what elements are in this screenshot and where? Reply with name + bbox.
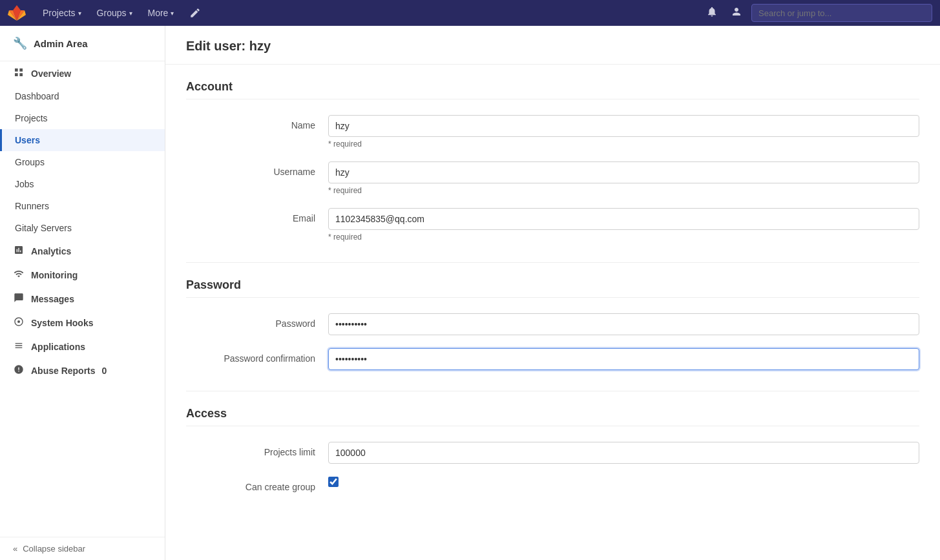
sidebar-item-groups[interactable]: Groups <box>0 151 165 173</box>
username-label: Username <box>186 161 328 177</box>
name-label: Name <box>186 115 328 130</box>
email-field-wrapper: * required <box>328 208 919 242</box>
messages-icon <box>13 293 25 305</box>
sidebar-item-users[interactable]: Users <box>0 129 165 151</box>
main-content: Edit user: hzy Account Name * required U… <box>165 26 940 560</box>
password-section-title: Password <box>186 278 919 298</box>
account-section-title: Account <box>186 80 919 99</box>
sidebar-item-runners[interactable]: Runners <box>0 195 165 217</box>
search-input[interactable] <box>751 4 932 22</box>
can-create-group-label: Can create group <box>186 477 328 492</box>
nav-more[interactable]: More ▾ <box>141 5 181 21</box>
navbar-right <box>702 3 932 23</box>
username-input[interactable] <box>328 161 919 183</box>
chevron-down-icon: ▾ <box>129 10 132 17</box>
name-field-group: Name * required <box>186 115 919 149</box>
can-create-group-checkbox[interactable] <box>328 477 339 487</box>
nav-pencil-icon[interactable] <box>183 5 207 21</box>
admin-area-header: 🔧 Admin Area <box>0 26 165 61</box>
brand-logo[interactable] <box>8 4 26 22</box>
name-input[interactable] <box>328 115 919 137</box>
password-confirmation-input[interactable] <box>328 348 919 370</box>
email-field-group: Email * required <box>186 208 919 242</box>
applications-icon <box>13 340 25 353</box>
password-field-wrapper <box>328 313 919 335</box>
projects-limit-label: Projects limit <box>186 442 328 457</box>
section-divider-password <box>186 262 919 263</box>
checkbox-wrapper <box>328 477 919 487</box>
monitoring-icon <box>13 269 25 281</box>
access-section-title: Access <box>186 407 919 426</box>
user-menu-button[interactable] <box>727 3 746 23</box>
top-navbar: Projects ▾ Groups ▾ More ▾ <box>0 0 940 26</box>
analytics-icon <box>13 245 25 257</box>
username-field-wrapper: * required <box>328 161 919 195</box>
page-header: Edit user: hzy <box>165 26 940 65</box>
sidebar-section-applications[interactable]: Applications <box>0 335 165 358</box>
sidebar-section-abuse-reports[interactable]: Abuse Reports 0 <box>0 358 165 382</box>
password-field-group: Password <box>186 313 919 335</box>
chevron-down-icon: ▾ <box>171 10 174 17</box>
sidebar-section-messages[interactable]: Messages <box>0 287 165 311</box>
svg-point-0 <box>17 320 20 323</box>
email-input[interactable] <box>328 208 919 230</box>
nav-projects[interactable]: Projects ▾ <box>36 5 88 21</box>
sidebar-section-monitoring[interactable]: Monitoring <box>0 263 165 287</box>
content-body: Account Name * required Username * requi… <box>165 65 940 521</box>
sidebar-section-analytics[interactable]: Analytics <box>0 239 165 263</box>
email-label: Email <box>186 208 328 223</box>
can-create-group-wrapper <box>328 477 919 487</box>
nav-groups[interactable]: Groups ▾ <box>90 5 139 21</box>
password-label: Password <box>186 313 328 329</box>
sidebar-section-overview[interactable]: Overview <box>0 61 165 85</box>
chevron-down-icon: ▾ <box>78 10 81 17</box>
abuse-reports-badge: 0 <box>102 366 107 376</box>
projects-limit-input[interactable] <box>328 442 919 464</box>
sidebar-item-gitaly-servers[interactable]: Gitaly Servers <box>0 217 165 239</box>
sidebar-item-dashboard[interactable]: Dashboard <box>0 85 165 107</box>
name-hint: * required <box>328 140 919 149</box>
sidebar-item-jobs[interactable]: Jobs <box>0 173 165 195</box>
username-hint: * required <box>328 186 919 195</box>
username-field-group: Username * required <box>186 161 919 195</box>
section-divider-access <box>186 391 919 391</box>
projects-limit-field-group: Projects limit <box>186 442 919 464</box>
sidebar-item-projects[interactable]: Projects <box>0 107 165 129</box>
sidebar-section-system-hooks[interactable]: System Hooks <box>0 311 165 335</box>
email-hint: * required <box>328 233 919 242</box>
password-confirmation-field-group: Password confirmation <box>186 348 919 370</box>
projects-limit-field-wrapper <box>328 442 919 464</box>
collapse-sidebar-button[interactable]: « Collapse sidebar <box>0 537 165 560</box>
notification-button[interactable] <box>702 3 722 23</box>
page-title: Edit user: hzy <box>186 39 919 54</box>
password-confirmation-label: Password confirmation <box>186 348 328 364</box>
system-hooks-icon <box>13 316 25 329</box>
sidebar: 🔧 Admin Area Overview Dashboard Projects… <box>0 26 165 560</box>
grid-icon <box>13 67 25 79</box>
can-create-group-field-group: Can create group <box>186 477 919 492</box>
password-confirmation-field-wrapper <box>328 348 919 370</box>
wrench-icon: 🔧 <box>13 36 27 50</box>
name-field-wrapper: * required <box>328 115 919 149</box>
password-input[interactable] <box>328 313 919 335</box>
abuse-reports-icon <box>13 364 25 377</box>
nav-links: Projects ▾ Groups ▾ More ▾ <box>36 5 207 21</box>
collapse-icon: « <box>13 544 17 554</box>
